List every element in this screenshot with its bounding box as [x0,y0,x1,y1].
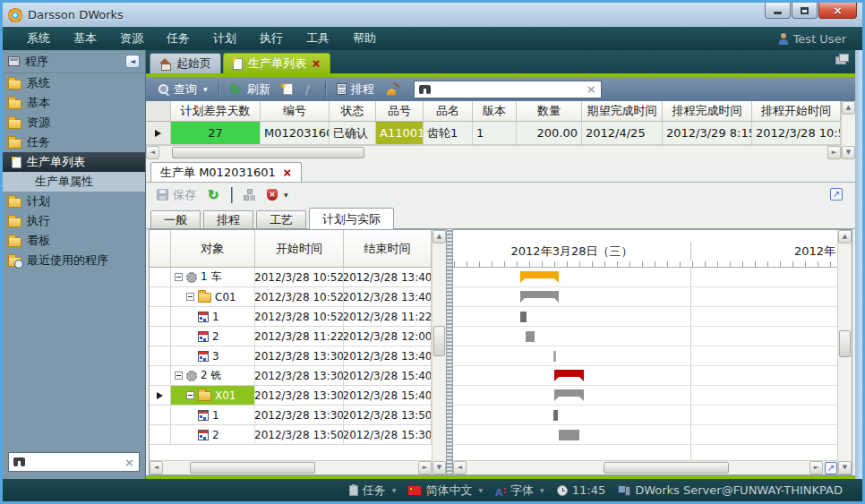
maximize-button[interactable] [792,3,818,19]
icon-button[interactable] [382,81,405,98]
scroll-thumb[interactable] [190,462,315,474]
gantt-bar-summary[interactable] [554,389,584,397]
tab-close-icon[interactable]: × [312,58,321,69]
column-header[interactable]: 期望完成时间 [582,101,663,122]
subtab[interactable]: 计划与实际 [309,208,394,229]
tree-row[interactable]: 12012/3/28 13:302012/3/28 13:50 [150,406,432,425]
open-external-icon[interactable] [830,188,843,201]
button[interactable]: 排程 [332,80,379,99]
scroll-right-icon[interactable]: ► [809,461,823,474]
menu-item[interactable]: 帮助 [341,28,388,49]
dropdown-arrow-icon[interactable]: ▼ [203,86,208,92]
tree-column-header[interactable]: 开始时间 [255,230,344,267]
gantt-bar-task[interactable] [520,312,527,322]
status-item[interactable]: 11:45 [557,483,605,497]
menu-item[interactable]: 系统 [15,28,62,49]
tree-object-cell[interactable]: 3 [171,346,255,366]
scroll-right-icon[interactable]: ► [418,461,432,474]
subtab[interactable]: 工艺 [256,210,306,228]
sidebar-item[interactable]: 系统 [3,73,145,93]
tree-expander[interactable] [186,391,194,399]
tree-row[interactable]: X012012/3/28 13:302012/3/28 15:40 [150,386,432,406]
dropdown-arrow-icon[interactable]: ▼ [284,192,288,198]
gantt-bar-task[interactable] [526,331,535,342]
sidebar-item[interactable]: 基本 [3,93,145,113]
gantt-hscrollbar[interactable]: ◄ ► [453,460,837,474]
status-item[interactable]: 字体▼ [495,483,544,499]
gantt-bar-summary[interactable] [520,291,559,298]
status-item[interactable]: 任务▼ [349,483,397,499]
gantt-navigate-icon[interactable] [825,462,837,474]
scroll-left-icon[interactable]: ◄ [150,461,163,474]
icon-button[interactable] [278,81,297,97]
gantt-bar-summary[interactable] [520,271,559,278]
icon-button[interactable]: ▼ [263,187,292,202]
tree-hscrollbar[interactable]: ◄ ► [150,460,432,474]
sidebar-item[interactable]: 最近使用的程序 [3,251,145,270]
tree-object-cell[interactable]: 1 车 [171,268,255,287]
menu-item[interactable]: 资源 [108,28,155,49]
tree-object-cell[interactable]: 2 [171,425,255,445]
column-header[interactable]: 品名 [424,101,473,122]
scroll-thumb[interactable] [433,326,445,356]
grid-data-row[interactable]: 27M012031601已确认A11001齿轮11200.002012/4/25… [146,122,841,145]
scroll-down-icon[interactable]: ▼ [838,461,852,474]
tree-object-cell[interactable]: 2 铣 [171,366,255,386]
tree-vscrollbar[interactable]: ▲ ▼ [432,230,446,474]
tab-active[interactable]: 生产单列表× [223,53,330,73]
sidebar-item[interactable]: 资源 [3,113,145,132]
column-header[interactable]: 编号 [261,101,330,122]
column-header[interactable]: 排程完成时间 [663,101,752,122]
tree-column-header[interactable]: 对象 [171,230,255,267]
tree-object-cell[interactable]: 2 [171,327,255,346]
gantt-vscrollbar[interactable]: ▲ ▼ [837,230,852,474]
sidebar-item[interactable]: 生产单列表 [3,152,145,172]
scroll-thumb[interactable] [839,330,851,357]
tree-row[interactable]: 1 车2012/3/28 10:522012/3/28 13:40 [150,268,432,287]
order-tab[interactable]: 生产单 M012031601 × [150,162,302,182]
scroll-up-icon[interactable]: ▲ [842,101,855,115]
tree-expander[interactable] [175,273,183,281]
button[interactable]: 刷新 [226,80,275,99]
tree-expander[interactable] [186,293,194,301]
icon-button[interactable] [204,187,224,203]
scroll-left-icon[interactable]: ◄ [453,461,467,474]
tree-column-header[interactable]: 结束时间 [344,230,432,267]
column-header[interactable]: 计划差异天数 [171,101,261,122]
button[interactable]: 查询▼ [153,80,212,99]
sidebar-item[interactable]: 任务 [3,132,145,152]
sidebar-item[interactable]: 执行 [3,211,145,231]
scroll-up-icon[interactable]: ▲ [838,230,852,243]
scroll-left-icon[interactable]: ◄ [146,146,159,159]
tree-object-cell[interactable]: X01 [171,386,255,406]
sidebar-item[interactable]: 生产单属性 [3,172,145,192]
tree-row[interactable]: 12012/3/28 10:522012/3/28 11:22 [150,307,432,327]
sidebar-search-clear-icon[interactable]: × [124,457,134,468]
cascade-windows-icon[interactable] [835,56,846,64]
column-header[interactable]: 数量 [517,101,582,122]
status-item[interactable]: 简体中文▼ [408,483,483,499]
icon-button[interactable] [239,187,259,202]
dropdown-arrow-icon[interactable]: ▼ [392,487,397,493]
minimize-button[interactable] [765,3,791,19]
sidebar-item[interactable]: 计划 [3,192,145,211]
sidebar-item[interactable]: 看板 [3,231,145,251]
tree-row[interactable]: 22012/3/28 13:502012/3/28 15:30 [150,425,432,445]
menu-item[interactable]: 工具 [295,28,341,49]
sidebar-collapse-button[interactable]: ◄ [125,55,140,68]
tree-row[interactable]: 32012/3/28 13:302012/3/28 13:40 [150,346,432,366]
toolbar-search-clear-icon[interactable]: × [587,83,596,95]
icon-button[interactable] [301,81,319,97]
menu-item[interactable]: 基本 [62,28,108,49]
order-tab-close-icon[interactable]: × [283,167,292,178]
tree-row[interactable]: 2 铣2012/3/28 13:302012/3/28 15:40 [150,366,432,386]
scroll-right-icon[interactable]: ► [827,146,841,159]
dropdown-arrow-icon[interactable]: ▼ [540,487,544,493]
tab-inactive[interactable]: 起始页 [150,53,221,73]
tree-object-cell[interactable]: C01 [171,287,255,307]
tree-object-cell[interactable]: 1 [171,307,255,327]
sidebar-search-input[interactable] [30,456,120,468]
tree-row[interactable]: C012012/3/28 10:522012/3/28 13:40 [150,287,432,307]
gantt-bar-summary[interactable] [554,370,584,377]
menu-item[interactable]: 任务 [155,28,201,49]
